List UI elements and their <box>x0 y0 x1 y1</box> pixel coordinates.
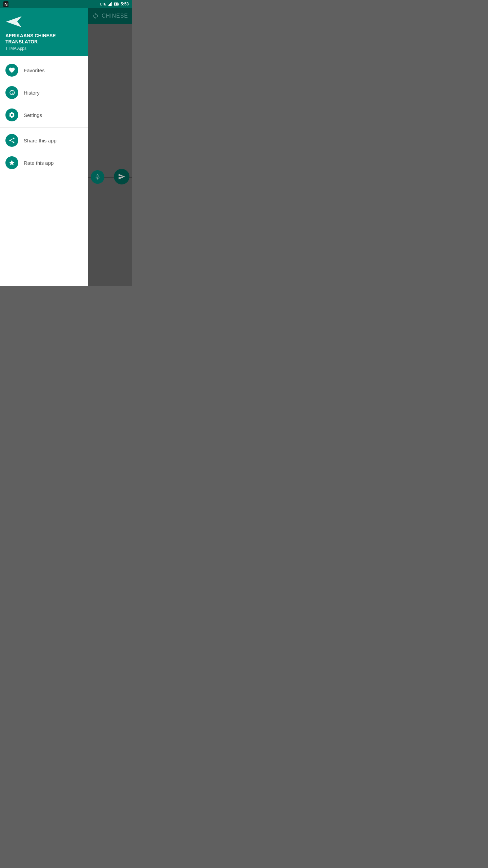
lte-indicator: LTE <box>100 2 106 6</box>
rate-icon-circle <box>5 156 18 169</box>
status-bar-right: LTE 5:53 <box>100 2 129 6</box>
drawer-app-info: AFRIKAANS CHINESE TRANSLATOR TTMA Apps <box>5 28 83 51</box>
share-label: Share this app <box>24 138 57 143</box>
drawer: AFRIKAANS CHINESE TRANSLATOR TTMA Apps F… <box>0 8 88 286</box>
svg-rect-6 <box>114 3 118 5</box>
star-icon <box>8 159 15 166</box>
menu-divider <box>0 127 88 128</box>
sidebar-item-settings[interactable]: Settings <box>0 104 88 126</box>
favorites-icon-circle <box>5 64 18 77</box>
rate-label: Rate this app <box>24 160 54 166</box>
status-bar: N LTE 5:53 <box>0 0 132 8</box>
drawer-overlay[interactable] <box>88 8 132 286</box>
settings-label: Settings <box>24 112 42 118</box>
heart-icon <box>8 67 15 74</box>
app-name-label: AFRIKAANS CHINESE TRANSLATOR <box>5 33 83 45</box>
app-logo-container <box>5 15 83 28</box>
share-icon <box>8 137 15 144</box>
n-logo: N <box>3 1 8 7</box>
sidebar-item-rate[interactable]: Rate this app <box>0 152 88 174</box>
main-container: AFRIKAANS CHINESE TRANSLATOR TTMA Apps F… <box>0 8 132 286</box>
drawer-menu: Favorites History Settings <box>0 56 88 286</box>
history-icon-circle <box>5 86 18 99</box>
svg-rect-2 <box>110 3 111 6</box>
sidebar-item-history[interactable]: History <box>0 81 88 104</box>
clock-icon <box>8 89 15 96</box>
drawer-header: AFRIKAANS CHINESE TRANSLATOR TTMA Apps <box>0 8 88 56</box>
svg-rect-0 <box>108 5 109 6</box>
battery-icon <box>114 2 119 6</box>
svg-rect-1 <box>109 4 110 6</box>
gear-icon <box>8 112 15 118</box>
status-bar-left: N <box>3 1 8 7</box>
sidebar-item-favorites[interactable]: Favorites <box>0 59 88 81</box>
time-display: 5:53 <box>121 2 129 6</box>
svg-rect-3 <box>111 2 112 6</box>
favorites-label: Favorites <box>24 67 45 73</box>
company-label: TTMA Apps <box>5 46 83 51</box>
sidebar-item-share[interactable]: Share this app <box>0 129 88 152</box>
signal-icon <box>108 2 113 6</box>
svg-rect-5 <box>118 3 119 5</box>
app-logo-icon <box>5 15 22 28</box>
share-icon-circle <box>5 134 18 147</box>
history-label: History <box>24 90 40 96</box>
settings-icon-circle <box>5 108 18 121</box>
